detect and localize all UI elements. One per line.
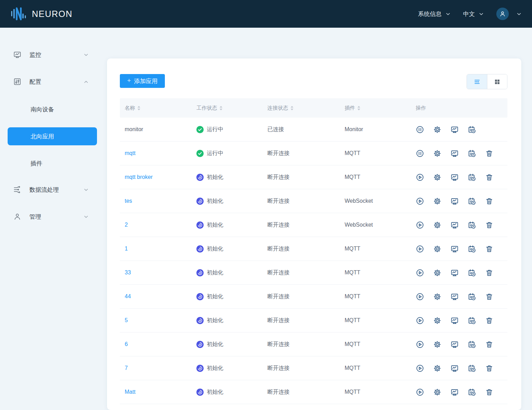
start-button[interactable] xyxy=(416,268,424,277)
brand: NEURON xyxy=(10,6,72,22)
start-button[interactable] xyxy=(416,173,424,181)
sidebar-item-northbound-apps[interactable]: 北向应用 xyxy=(8,127,97,145)
add-app-button[interactable]: + 添加应用 xyxy=(120,74,165,88)
app-name-link[interactable]: mqtt broker xyxy=(125,174,153,180)
schedule-button[interactable] xyxy=(468,221,476,229)
sort-caret-icon[interactable] xyxy=(138,106,140,110)
settings-button[interactable] xyxy=(433,316,441,325)
actions-cell xyxy=(411,173,507,181)
app-name-link[interactable]: 44 xyxy=(125,293,131,300)
schedule-button[interactable] xyxy=(468,125,476,134)
list-view-button[interactable] xyxy=(467,74,487,89)
data-monitoring-button[interactable] xyxy=(450,125,459,134)
app-name-link[interactable]: 33 xyxy=(125,270,131,276)
app-name-link[interactable]: Matt xyxy=(125,389,135,395)
delete-button[interactable] xyxy=(485,340,493,348)
play-circle-icon xyxy=(416,388,424,396)
delete-button[interactable] xyxy=(485,364,493,372)
settings-button[interactable] xyxy=(433,221,441,229)
pause-button[interactable] xyxy=(416,149,424,157)
grid-view-button[interactable] xyxy=(487,74,507,89)
app-name-link[interactable]: tes xyxy=(125,198,132,204)
monitor-chart-icon xyxy=(451,197,459,205)
delete-button[interactable] xyxy=(485,388,493,396)
language-menu[interactable]: 中文 xyxy=(463,10,484,18)
start-button[interactable] xyxy=(416,197,424,205)
delete-button[interactable] xyxy=(485,316,493,325)
data-monitoring-button[interactable] xyxy=(450,316,459,325)
sort-caret-icon[interactable] xyxy=(357,106,360,110)
sidebar-item-label: 管理 xyxy=(29,213,41,221)
app-name-link[interactable]: 6 xyxy=(125,341,128,347)
schedule-button[interactable] xyxy=(468,245,476,253)
schedule-button[interactable] xyxy=(468,173,476,181)
start-button[interactable] xyxy=(416,340,424,348)
app-name-link[interactable]: 7 xyxy=(125,365,128,371)
delete-button[interactable] xyxy=(485,197,493,205)
delete-button[interactable] xyxy=(485,292,493,301)
data-monitoring-button[interactable] xyxy=(450,364,459,372)
settings-button[interactable] xyxy=(433,364,441,372)
gear-icon xyxy=(433,293,441,301)
start-button[interactable] xyxy=(416,221,424,229)
app-name-link[interactable]: mqtt xyxy=(125,150,135,156)
data-monitoring-button[interactable] xyxy=(450,221,459,229)
schedule-button[interactable] xyxy=(468,388,476,396)
top-navbar: NEURON 系统信息 中文 xyxy=(0,0,532,28)
start-button[interactable] xyxy=(416,364,424,372)
settings-button[interactable] xyxy=(433,268,441,277)
start-button[interactable] xyxy=(416,388,424,396)
schedule-button[interactable] xyxy=(468,149,476,157)
settings-button[interactable] xyxy=(433,173,441,181)
avatar[interactable] xyxy=(496,8,509,20)
start-button[interactable] xyxy=(416,316,424,325)
start-button[interactable] xyxy=(416,245,424,253)
app-name-link[interactable]: 1 xyxy=(125,246,128,252)
user-menu[interactable] xyxy=(496,8,522,20)
delete-button[interactable] xyxy=(485,245,493,253)
data-monitoring-button[interactable] xyxy=(450,388,459,396)
data-monitoring-button[interactable] xyxy=(450,173,459,181)
delete-button[interactable] xyxy=(485,149,493,157)
settings-button[interactable] xyxy=(433,197,441,205)
system-info-menu[interactable]: 系统信息 xyxy=(418,10,451,18)
schedule-button[interactable] xyxy=(468,292,476,301)
data-monitoring-button[interactable] xyxy=(450,268,459,277)
sidebar-item-southbound-devices[interactable]: 南向设备 xyxy=(8,100,97,118)
delete-button[interactable] xyxy=(485,173,493,181)
data-monitoring-button[interactable] xyxy=(450,340,459,348)
data-monitoring-button[interactable] xyxy=(450,245,459,253)
sidebar-item-data-stream[interactable]: 数据流处理 xyxy=(0,181,107,198)
data-monitoring-button[interactable] xyxy=(450,292,459,301)
sidebar-item-label: 配置 xyxy=(29,78,41,86)
schedule-button[interactable] xyxy=(468,197,476,205)
plugin-label: MQTT xyxy=(345,293,360,300)
work-state-cell: 初始化 xyxy=(192,174,263,181)
calendar-clock-icon xyxy=(468,293,476,301)
settings-button[interactable] xyxy=(433,340,441,348)
data-monitoring-button[interactable] xyxy=(450,149,459,157)
schedule-button[interactable] xyxy=(468,316,476,325)
delete-button[interactable] xyxy=(485,221,493,229)
settings-button[interactable] xyxy=(433,388,441,396)
app-name-link[interactable]: 5 xyxy=(125,317,128,324)
schedule-button[interactable] xyxy=(468,268,476,277)
table-row: 6初始化断开连接MQTT xyxy=(120,332,507,356)
sidebar-item-plugins[interactable]: 插件 xyxy=(8,154,97,172)
settings-button[interactable] xyxy=(433,125,441,134)
sidebar-item-monitoring[interactable]: 监控 xyxy=(0,46,107,63)
schedule-button[interactable] xyxy=(468,340,476,348)
settings-button[interactable] xyxy=(433,245,441,253)
start-button[interactable] xyxy=(416,292,424,301)
sort-caret-icon[interactable] xyxy=(220,106,222,110)
schedule-button[interactable] xyxy=(468,364,476,372)
data-monitoring-button[interactable] xyxy=(450,197,459,205)
settings-button[interactable] xyxy=(433,149,441,157)
settings-button[interactable] xyxy=(433,292,441,301)
delete-button[interactable] xyxy=(485,268,493,277)
sidebar-item-config[interactable]: 配置 xyxy=(0,73,107,90)
app-name-link[interactable]: 2 xyxy=(125,222,128,228)
sidebar-item-admin[interactable]: 管理 xyxy=(0,208,107,225)
sort-caret-icon[interactable] xyxy=(291,106,293,110)
pause-button[interactable] xyxy=(416,125,424,134)
